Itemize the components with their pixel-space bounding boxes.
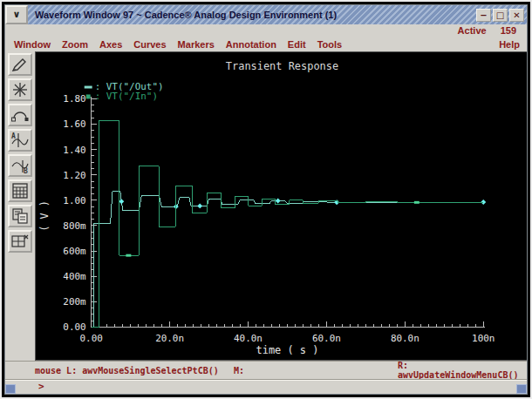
plot-canvas[interactable]: 0.00200m400m600m800m1.001.201.401.601.80… [35, 51, 527, 361]
menu-item-axes[interactable]: Axes [99, 39, 122, 50]
menu-item-tools[interactable]: Tools [317, 39, 343, 50]
menu-item-help[interactable]: Help [499, 39, 527, 50]
screen: ∨ Waveform Window 97 ~ Cadence® Analog D… [0, 0, 532, 399]
menu-item-zoom[interactable]: Zoom [62, 39, 88, 50]
y-tick-label: 1.00 [63, 195, 85, 206]
mouse-middle-binding: M: [234, 366, 398, 375]
maximize-button[interactable]: □ [493, 9, 508, 22]
mouse-left-binding: mouse L: awvMouseSingleSelectPtCB() [35, 366, 234, 375]
waveform-plot[interactable]: 0.00200m400m600m800m1.001.201.401.601.80… [36, 52, 527, 360]
menu-item-curves[interactable]: Curves [133, 39, 166, 50]
chart-title: Transient Response [226, 60, 338, 72]
x-tick-label: 60.0n [312, 333, 341, 344]
vertical-marker-a-icon: A [10, 132, 31, 149]
y-tick-label: 800m [63, 220, 86, 232]
data-point-marker[interactable] [414, 201, 419, 204]
legend-marker [85, 86, 92, 89]
legend-marker [86, 94, 91, 98]
title-strip[interactable]: Waveform Window 97 ~ Cadence® Analog Des… [28, 5, 527, 24]
toolbar: AB [5, 51, 35, 361]
hardcopy-icon [10, 207, 31, 225]
data-point-marker[interactable] [119, 199, 124, 204]
menu-bar-items: WindowZoomAxesCurvesMarkersAnnotationEdi… [14, 39, 342, 50]
zoom-star-button[interactable] [8, 78, 32, 101]
probe-pen-icon [10, 56, 31, 73]
mouse-right-binding: R: awvUpdateWindowMenuCB() [398, 361, 527, 380]
x-axis-label: time ( s ) [256, 344, 319, 356]
menu-item-edit[interactable]: Edit [288, 39, 306, 50]
horizontal-marker-b-icon: B [10, 157, 31, 174]
menu-item-markers[interactable]: Markers [178, 39, 215, 50]
y-tick-label: 400m [63, 271, 86, 282]
calculator-button[interactable] [8, 179, 32, 202]
resize-grip-left[interactable] [5, 384, 16, 394]
close-button[interactable]: ✕ [509, 9, 524, 22]
horizontal-marker-b-button[interactable]: B [8, 154, 32, 177]
menu-item-annotation[interactable]: Annotation [226, 39, 276, 50]
x-tick-label: 100n [472, 333, 494, 344]
command-prompt[interactable]: > [5, 379, 527, 394]
y-tick-label: 1.80 [63, 93, 85, 105]
vertical-marker-a-button[interactable]: A [8, 129, 32, 152]
trace-select-icon [10, 106, 31, 124]
trace-select-button[interactable] [8, 104, 32, 126]
subwindow-icon [10, 233, 31, 250]
subwindow-button[interactable] [8, 230, 32, 253]
main-area: AB 0.00200m400m600m800m1.001.201.401.601… [5, 51, 527, 361]
legend-label[interactable]: : VT("/In") [95, 91, 158, 102]
window-title: Waveform Window 97 ~ Cadence® Analog Des… [35, 10, 337, 20]
hardcopy-button[interactable] [8, 205, 32, 227]
menu-item-window[interactable]: Window [14, 39, 51, 50]
y-axis-label: ( V ) [38, 200, 51, 232]
minimize-button[interactable]: − [476, 9, 491, 22]
y-tick-label: 1.40 [63, 145, 85, 156]
active-status-row: Active 159 [5, 24, 527, 37]
title-bar: ∨ Waveform Window 97 ~ Cadence® Analog D… [5, 5, 527, 24]
status-bar: mouse L: awvMouseSingleSelectPtCB() M: R… [5, 361, 527, 379]
x-tick-label: 80.0n [391, 333, 419, 344]
x-tick-label: 40.0n [234, 333, 263, 344]
series-line-in[interactable] [92, 120, 484, 327]
calculator-icon [10, 182, 31, 200]
x-tick-label: 0.00 [80, 333, 103, 344]
y-tick-label: 200m [63, 296, 86, 308]
active-label: Active [458, 25, 487, 36]
x-tick-label: 20.0n [155, 333, 184, 344]
svg-text:B: B [24, 167, 28, 174]
y-tick-label: 0.00 [63, 321, 85, 333]
zoom-star-icon [10, 81, 31, 98]
data-point-marker[interactable] [126, 254, 131, 257]
data-point-marker[interactable] [276, 199, 281, 204]
y-tick-label: 1.60 [63, 118, 85, 130]
series-line-out[interactable] [92, 192, 483, 328]
menu-bar: WindowZoomAxesCurvesMarkersAnnotationEdi… [5, 37, 527, 51]
svg-text:A: A [11, 132, 16, 140]
data-point-marker[interactable] [197, 203, 202, 208]
probe-pen-button[interactable] [8, 53, 32, 76]
y-tick-label: 600m [63, 246, 86, 257]
window-menu-button[interactable]: ∨ [5, 5, 28, 24]
resize-grip-right[interactable] [516, 384, 527, 394]
waveform-window: ∨ Waveform Window 97 ~ Cadence® Analog D… [4, 4, 528, 395]
y-tick-label: 1.20 [63, 170, 85, 181]
active-count: 159 [501, 25, 516, 36]
